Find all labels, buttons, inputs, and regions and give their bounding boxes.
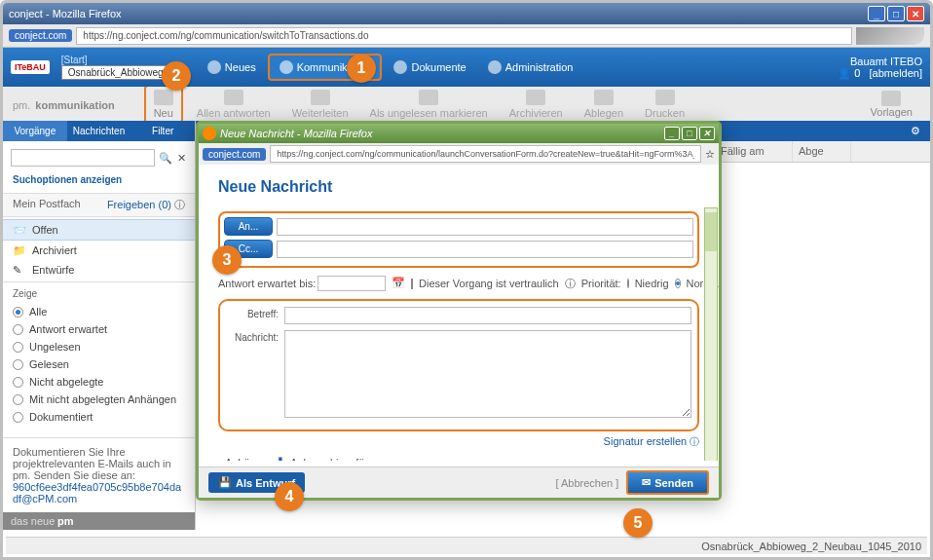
user-icon: 👤: [838, 67, 851, 80]
cc-field[interactable]: [277, 241, 693, 258]
popup-url-input[interactable]: [270, 145, 701, 163]
project-selector-area: [Start] Osnabrück_Abbioweg_2: [61, 55, 178, 80]
sidebar: Vorgänge Nachrichten Filter 🔍 ✕ Suchopti…: [3, 121, 196, 530]
window-title: conject - Mozilla Firefox: [9, 8, 868, 19]
th-faellig[interactable]: Fällig am: [715, 141, 793, 162]
an-field[interactable]: [277, 218, 693, 236]
logo-swoosh: [856, 27, 924, 45]
scrollbar-thumb[interactable]: [705, 212, 717, 251]
main-titlebar: conject - Mozilla Firefox _ □ ✕: [3, 3, 930, 24]
gear-icon: [488, 60, 502, 74]
tab-nachrichten[interactable]: Nachrichten: [67, 121, 131, 141]
search-input[interactable]: [11, 149, 155, 167]
tab-filter[interactable]: Filter: [131, 121, 195, 141]
search-clear[interactable]: ✕: [176, 150, 187, 166]
folder-entwuerfe[interactable]: ✎Entwürfe: [3, 260, 195, 280]
settings-icon[interactable]: ⚙: [911, 125, 920, 137]
url-input[interactable]: [76, 27, 852, 45]
tool-ungelesen[interactable]: Als ungelesen markieren: [362, 87, 496, 122]
betreff-field[interactable]: [284, 307, 691, 324]
close-button[interactable]: ✕: [907, 6, 924, 21]
tool-weiterleiten[interactable]: Weiterleiten: [284, 87, 356, 122]
nav-dokumente[interactable]: Dokumente: [384, 56, 475, 79]
info-icon[interactable]: ⓘ: [565, 277, 576, 291]
radio-dokumentiert[interactable]: Dokumentiert: [3, 408, 195, 426]
tool-allen-antworten[interactable]: Allen antworten: [189, 87, 279, 122]
radio-gelesen[interactable]: Gelesen: [3, 355, 195, 373]
start-link[interactable]: [Start]: [61, 55, 178, 65]
betreff-label: Betreff:: [226, 307, 279, 319]
tool-archivieren[interactable]: Archivieren: [502, 87, 571, 122]
popup-win-controls: _ □ ✕: [664, 127, 715, 140]
options-row: Antwort erwartet bis: 📅 Dieser Vorgang i…: [218, 276, 699, 291]
search-options-link[interactable]: Suchoptionen anzeigen: [3, 174, 195, 193]
main-nav: Neues Kommunikation Dokumente Administra…: [198, 54, 583, 81]
radio-icon: [13, 359, 23, 370]
popup-titlebar: Neue Nachricht - Mozilla Firefox _ □ ✕: [199, 124, 719, 143]
popup-maximize[interactable]: □: [682, 127, 697, 140]
sidebar-tabs: Vorgänge Nachrichten Filter: [3, 121, 195, 141]
plus-icon: ✚: [275, 455, 286, 461]
callout-1: 1: [347, 54, 376, 83]
logout-link[interactable]: [abmelden]: [870, 67, 922, 79]
freigeben-link[interactable]: Freigeben (0) ⓘ: [107, 198, 185, 212]
reply-all-icon: [224, 90, 243, 105]
calendar-icon[interactable]: 📅: [392, 277, 405, 290]
firefox-icon: [203, 127, 216, 140]
search-button[interactable]: 🔍: [159, 150, 172, 166]
popup-site-badge: conject.com: [203, 148, 266, 161]
tool-vorlagen[interactable]: Vorlagen: [863, 88, 920, 121]
signatur-link[interactable]: Signatur erstellen ⓘ: [218, 435, 699, 449]
popup-addressbar: conject.com ☆: [199, 143, 719, 165]
popup-close[interactable]: ✕: [699, 127, 715, 140]
status-project: Osnabrück_Abbioweg_2_Neubau_1045_2010: [701, 541, 921, 552]
chat-icon: [280, 60, 293, 74]
add-attachment-link[interactable]: Anhang hinzufügen: [290, 457, 383, 461]
user-row: 👤 0 [abmelden]: [838, 67, 922, 80]
minimize-button[interactable]: _: [868, 6, 885, 21]
archive-icon: [526, 90, 545, 105]
unread-icon: [419, 90, 438, 105]
popup-minimize[interactable]: _: [664, 127, 680, 140]
radio-ungelesen[interactable]: Ungelesen: [3, 338, 195, 355]
radio-antwort-erwartet[interactable]: Antwort erwartet: [3, 320, 195, 338]
maximize-button[interactable]: □: [887, 6, 905, 21]
recipients-highlight: An... Cc...: [218, 211, 699, 268]
an-button[interactable]: An...: [224, 217, 273, 236]
tool-drucken[interactable]: Drucken: [637, 87, 692, 122]
prio-normal-radio[interactable]: [675, 279, 681, 288]
date-field[interactable]: [317, 276, 386, 291]
status-bar: Osnabrück_Abbioweg_2_Neubau_1045_2010: [6, 537, 927, 554]
nav-administration[interactable]: Administration: [478, 56, 583, 79]
archive-folder-icon: 📁: [13, 244, 26, 256]
nachricht-row: Nachricht:: [226, 330, 691, 418]
tool-ablegen[interactable]: Ablegen: [577, 87, 631, 122]
radio-mit-anhaengen[interactable]: Mit nicht abgelegten Anhängen: [3, 391, 195, 408]
popup-scrollbar[interactable]: [704, 207, 718, 461]
doc-email-link[interactable]: 960cf6ee3df4fea0705c95b8e704dadf@cPM.com: [13, 481, 181, 504]
vertraulich-checkbox[interactable]: [411, 279, 413, 289]
nachricht-field[interactable]: [284, 330, 691, 418]
send-button[interactable]: ✉Senden: [626, 470, 709, 495]
star-icon[interactable]: ☆: [705, 148, 715, 161]
cancel-link[interactable]: [ Abbrechen ]: [555, 477, 618, 489]
radio-icon: [13, 377, 23, 388]
attach-row: Anhänge: ✚ Anhang hinzufügen: [218, 455, 699, 461]
folder-offen[interactable]: 📨Offen: [3, 219, 195, 241]
prio-niedrig-radio[interactable]: [627, 279, 629, 288]
print-icon: [655, 90, 675, 105]
folder-archiviert[interactable]: 📁Archiviert: [3, 241, 195, 260]
file-icon: [594, 90, 614, 105]
radio-nicht-abgelegte[interactable]: Nicht abgelegte: [3, 373, 195, 391]
th-abge[interactable]: Abge: [793, 141, 851, 162]
address-bar: conject.com: [3, 24, 930, 48]
radio-icon: [13, 412, 23, 423]
popup-title: Neue Nachricht - Mozilla Firefox: [220, 128, 373, 139]
callout-5: 5: [623, 508, 653, 538]
radio-alle[interactable]: Alle: [3, 303, 195, 320]
project-select[interactable]: Osnabrück_Abbioweg_2: [61, 65, 178, 80]
nav-neues[interactable]: Neues: [198, 56, 266, 79]
site-badge: conject.com: [9, 29, 72, 42]
tab-vorgaenge[interactable]: Vorgänge: [3, 121, 67, 141]
templates-icon: [881, 91, 901, 106]
